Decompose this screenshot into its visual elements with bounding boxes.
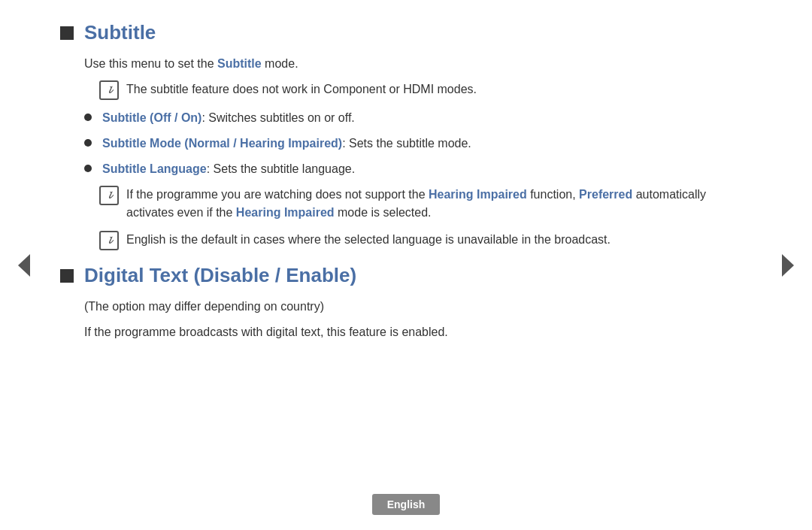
nav-arrow-right[interactable]	[779, 256, 797, 274]
note-text-3: English is the default in cases where th…	[126, 231, 611, 249]
preferred-link: Preferred	[579, 188, 632, 201]
intro-link: Subtitle	[217, 57, 262, 70]
digital-text-heading: Digital Text (Disable / Enable)	[60, 264, 752, 287]
bullet-link-3: Subtitle Language	[102, 162, 207, 175]
bullet-text-1: Subtitle (Off / On): Switches subtitles …	[102, 109, 355, 127]
digital-text-body-1: (The option may differ depending on coun…	[84, 298, 752, 316]
note-text-1: The subtitle feature does not work in Co…	[126, 80, 477, 98]
page-container: Subtitle Use this menu to set the Subtit…	[0, 0, 812, 530]
digital-text-title: Digital Text (Disable / Enable)	[84, 264, 356, 287]
note-block-2: 𝓵 If the programme you are watching does…	[99, 186, 752, 222]
hearing-impaired-link-2: Hearing Impaired	[236, 206, 335, 219]
subtitle-heading: Subtitle	[60, 21, 752, 44]
language-button[interactable]: English	[372, 494, 441, 515]
svg-marker-0	[18, 254, 30, 277]
subtitle-bullet-list: Subtitle (Off / On): Switches subtitles …	[84, 109, 752, 178]
bullet-text-2: Subtitle Mode (Normal / Hearing Impaired…	[102, 135, 471, 153]
subtitle-intro: Use this menu to set the Subtitle mode.	[84, 55, 752, 73]
intro-after: mode.	[262, 57, 298, 70]
bullet-text-3: Subtitle Language: Sets the subtitle lan…	[102, 160, 355, 178]
digital-text-body-2: If the programme broadcasts with digital…	[84, 323, 752, 341]
bottom-bar: English	[0, 494, 812, 515]
hearing-impaired-link-1: Hearing Impaired	[429, 188, 527, 201]
bullet-desc-3: : Sets the subtitle language.	[207, 162, 355, 175]
intro-before: Use this menu to set the	[84, 57, 217, 70]
note-icon-1: 𝓵	[99, 80, 119, 100]
note-block-3: 𝓵 English is the default in cases where …	[99, 231, 752, 250]
bullet-item-3: Subtitle Language: Sets the subtitle lan…	[84, 160, 752, 178]
bullet-desc-1: : Switches subtitles on or off.	[201, 111, 354, 124]
nav-arrow-left[interactable]	[15, 256, 33, 274]
note-block-1: 𝓵 The subtitle feature does not work in …	[99, 80, 752, 100]
note-text-2: If the programme you are watching does n…	[126, 186, 752, 222]
bullet-dot-2	[84, 139, 92, 147]
bullet-dot-1	[84, 114, 92, 121]
subtitle-section-icon	[60, 26, 74, 40]
digital-text-section: Digital Text (Disable / Enable) (The opt…	[60, 264, 752, 341]
svg-marker-1	[782, 254, 794, 277]
digital-text-section-icon	[60, 269, 74, 283]
bullet-dot-3	[84, 165, 92, 172]
bullet-desc-2: : Sets the subtitle mode.	[342, 137, 471, 150]
bullet-link-2: Subtitle Mode (Normal / Hearing Impaired…	[102, 137, 342, 150]
note-icon-2: 𝓵	[99, 186, 119, 205]
subtitle-title: Subtitle	[84, 21, 156, 44]
bullet-item-1: Subtitle (Off / On): Switches subtitles …	[84, 109, 752, 127]
bullet-link-1: Subtitle (Off / On)	[102, 111, 201, 124]
note-icon-3: 𝓵	[99, 231, 119, 250]
bullet-item-2: Subtitle Mode (Normal / Hearing Impaired…	[84, 135, 752, 153]
